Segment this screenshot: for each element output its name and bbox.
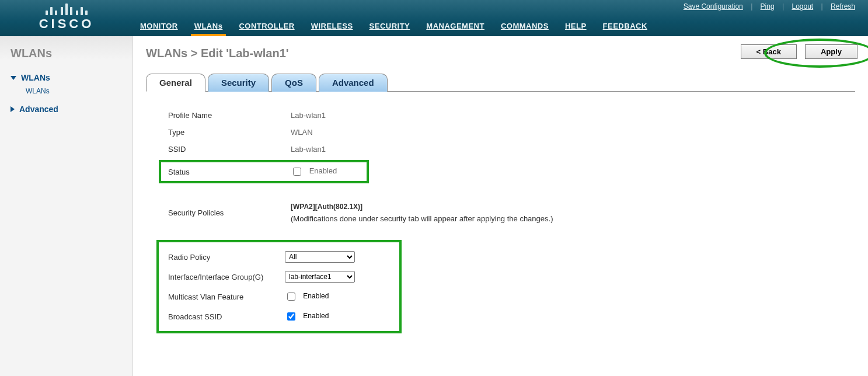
sidebar: WLANs WLANs WLANs Advanced [0,36,133,376]
broadcast-enabled-text: Enabled [303,312,329,320]
topbar: CISCO Save Configuration | Ping | Logout… [0,0,868,36]
radio-policy-select[interactable]: All [285,251,355,263]
main-nav: MONITOR WLANs CONTROLLER WIRELESS SECURI… [140,22,647,36]
logout-link[interactable]: Logout [792,2,813,11]
status-label: Status [168,168,291,176]
content: WLANs > Edit 'Lab-wlan1' < Back Apply Ge… [133,36,868,376]
cisco-bars-icon [44,4,89,15]
type-label: Type [168,128,291,137]
ping-link[interactable]: Ping [761,2,775,11]
tab-row: General Security QoS Advanced [146,73,855,92]
sidebar-item-label: WLANs [21,73,50,82]
sidebar-sub-wlans[interactable]: WLANs [11,86,122,101]
sidebar-item-label: Advanced [19,105,58,114]
interface-label: Interface/Interface Group(G) [168,273,285,281]
multicast-label: Multicast Vlan Feature [168,293,285,301]
brand-text: CISCO [0,16,133,32]
sidebar-item-advanced[interactable]: Advanced [11,101,122,117]
status-enabled-text: Enabled [309,166,337,175]
nav-controller[interactable]: CONTROLLER [239,22,294,30]
tab-general[interactable]: General [146,74,205,92]
apply-button[interactable]: Apply [805,44,857,59]
save-configuration-link[interactable]: Save Configuration [684,2,743,11]
tab-qos[interactable]: QoS [271,74,316,92]
type-value: WLAN [291,128,313,137]
profile-name-label: Profile Name [168,111,291,120]
multicast-checkbox[interactable] [287,293,295,301]
broadcast-checkbox[interactable] [287,312,295,321]
broadcast-label: Broadcast SSID [168,312,285,321]
nav-management[interactable]: MANAGEMENT [426,22,484,30]
security-policies-note: (Modifications done under security tab w… [291,214,553,223]
nav-monitor[interactable]: MONITOR [140,22,178,30]
security-policies-label: Security Policies [168,208,291,217]
action-buttons: < Back Apply [741,44,857,59]
status-checkbox[interactable] [293,168,301,176]
logo: CISCO [0,0,133,36]
refresh-link[interactable]: Refresh [831,2,855,11]
back-button[interactable]: < Back [741,44,797,59]
nav-commands[interactable]: COMMANDS [501,22,549,30]
chevron-right-icon [11,106,15,112]
multicast-enabled-text: Enabled [303,292,329,300]
security-policies-value: [WPA2][Auth(802.1X)] [291,203,553,211]
nav-feedback[interactable]: FEEDBACK [603,22,647,30]
top-links: Save Configuration | Ping | Logout | Ref… [681,2,857,11]
annotation-box-status: Status Enabled [159,160,369,183]
ssid-label: SSID [168,145,291,154]
tab-security[interactable]: Security [208,74,269,92]
nav-security[interactable]: SECURITY [369,22,410,30]
sidebar-item-wlans[interactable]: WLANs [11,69,122,86]
nav-help[interactable]: HELP [565,22,587,30]
ssid-value: Lab-wlan1 [291,145,326,154]
nav-wireless[interactable]: WIRELESS [311,22,353,30]
interface-select[interactable]: lab-interface1 [285,271,355,283]
annotation-box-radio: Radio Policy All Interface/Interface Gro… [156,240,402,333]
form-general: Profile Name Lab-wlan1 Type WLAN SSID La… [146,92,855,339]
nav-wlans[interactable]: WLANs [194,22,223,30]
sidebar-title: WLANs [11,47,122,60]
chevron-down-icon [11,76,16,80]
radio-policy-label: Radio Policy [168,253,285,262]
profile-name-value: Lab-wlan1 [291,111,326,120]
tab-advanced[interactable]: Advanced [319,74,388,92]
